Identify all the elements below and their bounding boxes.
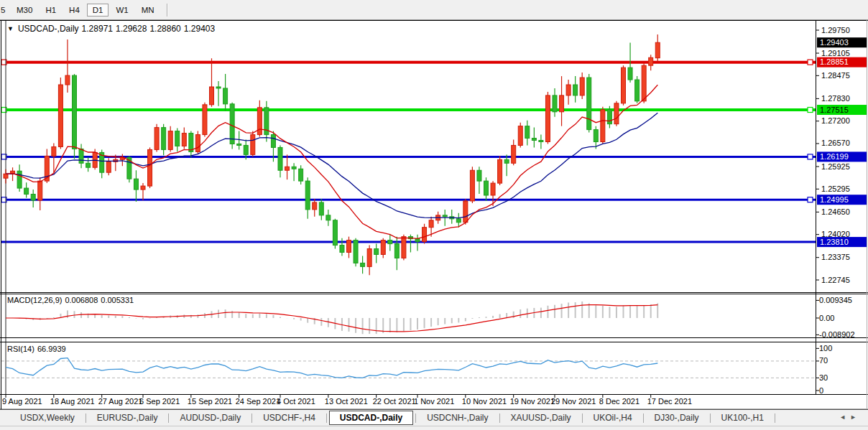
candle-body	[271, 135, 275, 148]
price-tick-label: 1.25295	[821, 184, 850, 193]
candle-body	[580, 78, 584, 95]
tab-scroll-arrows[interactable]: ◄►	[839, 413, 861, 421]
chart-tab-dj30daily[interactable]: DJ30-,Daily	[646, 411, 708, 424]
candle-body	[601, 110, 605, 142]
tab-separator	[86, 413, 86, 423]
price-badge-text: 1.27515	[820, 106, 849, 114]
price-tick-label: 1.27200	[821, 116, 850, 125]
candle-body	[4, 174, 8, 178]
chart-window: 1.297501.291051.284751.278301.272001.265…	[0, 20, 868, 410]
chart-tab-usdcnhdaily[interactable]: USDCNH-,Daily	[418, 411, 497, 424]
candle-body	[285, 167, 290, 170]
candle-body	[292, 167, 296, 169]
hline-anchor-right-1.26199[interactable]	[808, 154, 813, 159]
timeframe-button-h1[interactable]: H1	[40, 4, 62, 17]
macd-name: MACD(12,26,9)	[7, 296, 62, 304]
candle-body	[367, 249, 371, 267]
chart-collapse-icon[interactable]: ▼	[7, 25, 14, 32]
candle-body	[154, 128, 159, 150]
candle-body	[86, 163, 91, 167]
tab-separator	[251, 413, 252, 423]
candle-body	[512, 145, 516, 163]
timeframe-toolbar: 5M30H1H4D1W1MN	[0, 0, 868, 20]
candle-body	[402, 237, 406, 258]
candle-body	[463, 201, 468, 223]
candle-body	[525, 126, 530, 139]
price-tick-label: 1.22745	[821, 276, 850, 284]
toolbar-separator	[167, 4, 167, 17]
tab-separator	[710, 413, 711, 423]
hline-anchor-right-1.24995[interactable]	[808, 197, 813, 202]
hline-anchor-right-1.28851[interactable]	[808, 60, 813, 65]
bottom-strip	[0, 426, 868, 430]
ohlc-open: 1.28971	[82, 24, 113, 34]
candle-body	[141, 186, 145, 190]
chart-tab-xauusddaily[interactable]: XAUUSD-,Daily	[502, 411, 580, 424]
timeframe-button-d1[interactable]: D1	[87, 4, 109, 17]
candle-body	[628, 67, 632, 80]
candle-body	[470, 170, 474, 201]
candle-body	[299, 169, 303, 181]
candle-body	[148, 149, 152, 186]
candle-body	[539, 141, 543, 142]
candle-body	[278, 147, 282, 170]
rsi-tick-label: 0	[819, 386, 823, 395]
timeframe-button-5[interactable]: 5	[1, 4, 9, 17]
ohlc-high: 1.29628	[116, 24, 147, 34]
timeframe-button-mn[interactable]: MN	[136, 4, 160, 17]
candle-body	[134, 179, 138, 190]
candle-body	[491, 183, 495, 195]
candle-body	[162, 128, 166, 150]
candle-body	[573, 85, 578, 95]
time-tick-label: 1 Nov 2021	[414, 397, 454, 406]
chart-tab-usdcaddaily[interactable]: USDCAD-,Daily	[329, 411, 413, 425]
ohlc-close: 1.29403	[184, 24, 215, 34]
candle-body	[642, 65, 646, 101]
tab-separator	[499, 413, 500, 423]
candle-body	[655, 42, 660, 57]
candle-body	[443, 215, 447, 217]
time-tick-label: 8 Dec 2021	[599, 397, 640, 406]
candle-body	[319, 202, 323, 215]
rsi-label: RSI(14)66.9939	[7, 345, 69, 353]
candle-body	[498, 159, 502, 183]
candle-body	[65, 75, 70, 85]
candle-body	[622, 67, 626, 103]
candle-body	[545, 95, 550, 142]
price-tick-label: 1.28475	[821, 71, 850, 80]
candle-body	[340, 246, 344, 253]
candle-body	[58, 85, 63, 146]
timeframe-button-w1[interactable]: W1	[110, 4, 134, 17]
time-tick-label: 4 Oct 2021	[277, 397, 315, 406]
candle-body	[635, 80, 640, 101]
price-tick-label: 1.25925	[821, 162, 850, 171]
price-tick-label: 1.26570	[821, 139, 850, 147]
time-tick-label: 19 Nov 2021	[510, 397, 555, 406]
chart-tab-audusddaily[interactable]: AUDUSD-,Daily	[171, 411, 249, 424]
candle-body	[374, 249, 379, 255]
time-tick-label: 29 Nov 2021	[551, 397, 596, 406]
macd-tick-label: 0.00	[819, 314, 834, 322]
candle-body	[168, 131, 172, 150]
hline-anchor-right-1.27515[interactable]	[808, 108, 813, 113]
time-tick-label: 24 Sep 2021	[236, 397, 280, 406]
chart-tab-usdxweekly[interactable]: USDX,Weekly	[11, 411, 83, 424]
candle-body	[237, 144, 241, 145]
candle-body	[560, 95, 564, 112]
price-tick-label: 1.29105	[821, 49, 850, 57]
rsi-tick-label: 30	[819, 373, 828, 382]
macd-value-main: 0.006808	[65, 296, 98, 304]
candle-body	[333, 220, 337, 246]
timeframe-button-m30[interactable]: M30	[11, 4, 38, 17]
candle-body	[518, 126, 522, 146]
chart-tab-ukoilh4[interactable]: UKOil-,H4	[585, 411, 641, 424]
candle-body	[484, 181, 489, 195]
chart-tab-uk100h1[interactable]: UK100-,H1	[713, 411, 772, 424]
timeframe-button-h4[interactable]: H4	[63, 4, 86, 17]
rsi-name: RSI(14)	[7, 345, 34, 353]
macd-value-signal: 0.005331	[101, 296, 134, 304]
chart-tab-eurusddaily[interactable]: EURUSD-,Daily	[88, 411, 167, 424]
chart-tab-usdchfh4[interactable]: USDCHF-,H4	[254, 411, 324, 424]
time-tick-label: 17 Dec 2021	[647, 397, 692, 406]
candle-body	[24, 188, 29, 194]
